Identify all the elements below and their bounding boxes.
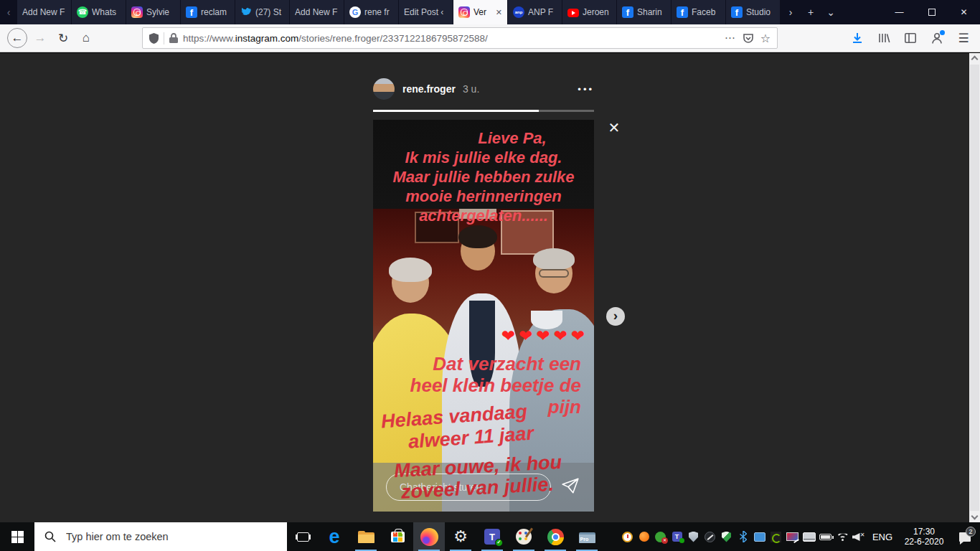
taskbar-app-teams[interactable]: T✓ — [476, 522, 508, 551]
tab-label: rene fr — [364, 7, 393, 17]
back-button[interactable]: ← — [6, 27, 29, 49]
tray-alarm-clock-icon[interactable] — [619, 522, 636, 551]
story-caption-bottom: Maar ouwe, ik hou zoveel van jullie. — [394, 451, 564, 503]
tab-label: Sylvie — [146, 7, 175, 17]
tab-add-new-2[interactable]: Add New F — [290, 0, 344, 24]
tab-anp[interactable]: ANP F — [508, 0, 562, 24]
scrollbar-thumb[interactable] — [970, 65, 979, 511]
downloads-icon[interactable] — [847, 27, 868, 49]
page-actions-icon[interactable]: ⋯ — [725, 32, 736, 44]
taskbar-app-settings[interactable]: ⚙ — [445, 522, 476, 551]
tray-defender-icon[interactable] — [718, 522, 735, 551]
home-button[interactable]: ⌂ — [75, 27, 98, 49]
start-button[interactable] — [0, 522, 34, 551]
tab-whatsapp[interactable]: Whats — [72, 0, 126, 24]
avatar[interactable] — [373, 78, 395, 100]
forward-button[interactable]: → — [29, 27, 52, 49]
window-close-button[interactable]: ✕ — [948, 0, 980, 24]
lock-icon[interactable] — [169, 33, 178, 43]
story-next-button[interactable]: › — [606, 307, 625, 326]
taskbar-search-input[interactable] — [34, 522, 287, 551]
reload-button[interactable]: ↻ — [52, 27, 75, 49]
page-scrollbar[interactable] — [969, 53, 980, 522]
tab-scroll-right-icon[interactable]: › — [781, 0, 801, 24]
firefox-icon — [420, 528, 438, 546]
tab-facebook-reclame[interactable]: reclam — [181, 0, 235, 24]
task-view-button[interactable] — [287, 522, 319, 551]
tab-label: ANP F — [528, 7, 557, 17]
tray-sync-error-icon[interactable] — [652, 522, 669, 551]
tracking-shield-icon[interactable] — [149, 33, 159, 44]
twitter-icon — [240, 6, 252, 18]
tray-teams-icon[interactable]: T — [669, 522, 685, 551]
screen: ‹ Add New F Whats Sylvie reclam (27) St … — [0, 0, 980, 551]
hearts-row: ❤❤❤❤❤ — [501, 326, 588, 346]
taskbar-app-chrome[interactable] — [540, 522, 571, 551]
window-restore-button[interactable] — [915, 0, 948, 24]
tray-pen-tablet-icon[interactable] — [784, 522, 801, 551]
tab-facebook-studio[interactable]: Studio — [726, 0, 781, 24]
taskbar-app-edge[interactable]: e — [319, 522, 350, 551]
task-view-icon — [297, 532, 309, 542]
menu-button[interactable]: ☰ — [953, 27, 974, 49]
chrome-icon — [547, 529, 564, 545]
taskbar-app-file-explorer[interactable] — [350, 522, 382, 551]
tab-list-dropdown-icon[interactable]: ⌄ — [821, 0, 841, 24]
file-explorer-icon — [358, 531, 374, 543]
tab-instagram-sylvie[interactable]: Sylvie — [126, 0, 181, 24]
scrollbar-up-icon[interactable] — [971, 56, 979, 63]
action-center-button[interactable]: 2 — [950, 532, 980, 542]
facebook-icon — [677, 6, 688, 18]
url-text[interactable]: https://www.instagram.com/stories/rene.f… — [183, 33, 720, 44]
tray-remote-desktop-icon[interactable] — [751, 522, 768, 551]
tray-wifi-icon[interactable] — [834, 522, 850, 551]
tray-bluetooth-icon[interactable] — [735, 522, 751, 551]
taskbar-app-firefox[interactable] — [413, 522, 445, 551]
bookmark-star-icon[interactable]: ☆ — [760, 32, 771, 45]
tray-touchpad-icon[interactable] — [801, 522, 817, 551]
language-indicator[interactable]: ENG — [867, 532, 898, 542]
tab-label: Add New F — [295, 7, 339, 17]
tray-volume-muted-icon[interactable] — [850, 522, 867, 551]
story-timestamp: 3 u. — [463, 83, 479, 95]
taskbar-app-paint[interactable] — [508, 522, 540, 551]
pocket-icon[interactable] — [743, 33, 753, 43]
taskbar-app-microsoft-store[interactable] — [382, 522, 413, 551]
story-username[interactable]: rene.froger — [402, 83, 456, 95]
search-icon — [44, 531, 56, 542]
instagram-icon — [458, 6, 470, 18]
tab-facebook-sharing[interactable]: Sharin — [617, 0, 672, 24]
tray-battery-icon[interactable] — [817, 522, 834, 551]
story-options-icon[interactable]: ••• — [578, 84, 594, 95]
tab-add-new-1[interactable]: Add New F — [17, 0, 72, 24]
window-minimize-button[interactable]: — — [883, 0, 915, 24]
new-tab-button[interactable]: + — [801, 0, 821, 24]
tab-scroll-left-icon[interactable]: ‹ — [0, 0, 17, 24]
story-close-button[interactable]: ✕ — [605, 118, 623, 137]
tab-youtube-jeroen[interactable]: Jeroen — [562, 0, 617, 24]
tab-facebook-2[interactable]: Faceb — [672, 0, 726, 24]
account-icon[interactable] — [926, 27, 948, 49]
tab-instagram-story-active[interactable]: Ver ✕ — [453, 0, 508, 24]
share-plane-icon[interactable] — [561, 476, 580, 498]
scrollbar-down-icon[interactable] — [971, 513, 979, 520]
tray-nvidia-icon[interactable] — [768, 522, 784, 551]
tab-close-icon[interactable]: ✕ — [494, 8, 502, 17]
tab-edit-post[interactable]: Edit Post ‹ — [399, 0, 453, 24]
photo-face-middle — [461, 232, 495, 270]
url-bar[interactable]: https://www.instagram.com/stories/rene.f… — [142, 27, 778, 49]
taskbar-clock[interactable]: 17:3022-6-2020 — [898, 527, 950, 547]
gear-icon: ⚙ — [453, 527, 468, 546]
tray-orange-app-icon[interactable] — [636, 522, 652, 551]
teams-icon: T✓ — [484, 529, 500, 545]
facebook-icon — [186, 6, 197, 18]
sidebar-toggle-icon[interactable] — [900, 27, 921, 49]
taskbar-app-pro-folder[interactable]: Pro — [571, 522, 603, 551]
tab-google-rene[interactable]: rene fr — [344, 0, 399, 24]
tab-twitter[interactable]: (27) St — [235, 0, 290, 24]
tray-shield-icon[interactable] — [685, 522, 702, 551]
library-icon[interactable] — [873, 27, 895, 49]
story-card[interactable]: Lieve Pa, Ik mis jullie elke dag. Maar j… — [373, 120, 594, 512]
tray-satellite-icon[interactable] — [702, 522, 718, 551]
taskbar-search[interactable] — [34, 522, 287, 551]
